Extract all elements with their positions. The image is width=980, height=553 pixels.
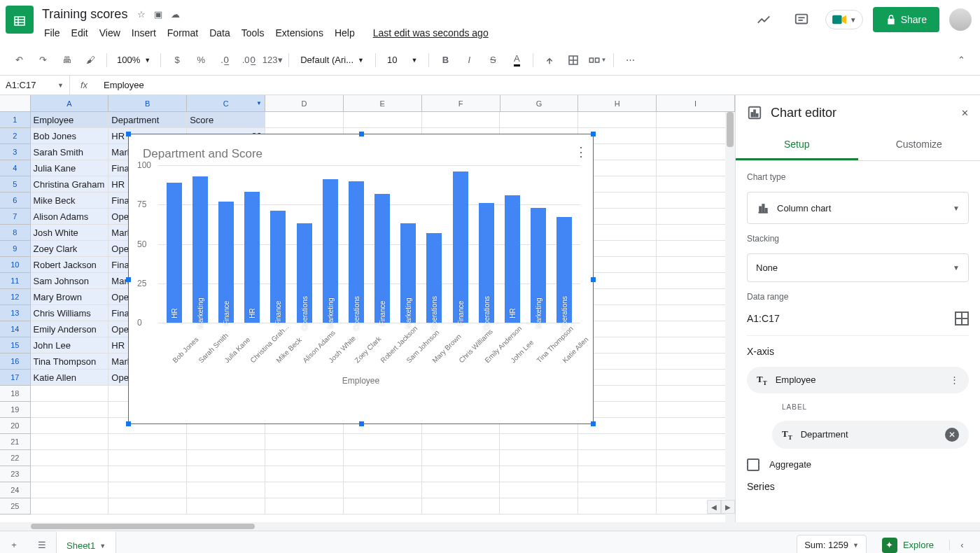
chart-bar[interactable]: Operations (556, 217, 572, 323)
remove-label-icon[interactable]: ✕ (945, 428, 959, 442)
cell[interactable] (31, 418, 109, 434)
row-header[interactable]: 20 (0, 418, 31, 434)
collapse-toolbar-button[interactable]: ⌃ (951, 50, 972, 71)
cell[interactable]: Josh White (31, 225, 109, 241)
vertical-scrollbar[interactable] (725, 112, 735, 522)
column-header[interactable]: G (500, 95, 579, 111)
cell[interactable] (187, 498, 265, 514)
aggregate-checkbox[interactable] (747, 458, 760, 471)
cell[interactable] (500, 466, 578, 482)
menu-edit[interactable]: Edit (66, 24, 93, 41)
add-sheet-button[interactable]: + (0, 540, 28, 550)
move-icon[interactable]: ▣ (154, 9, 162, 20)
menu-insert[interactable]: Insert (127, 24, 161, 41)
menu-view[interactable]: View (94, 24, 125, 41)
redo-button[interactable]: ↷ (32, 50, 53, 71)
menu-tools[interactable]: Tools (237, 24, 270, 41)
more-toolbar-button[interactable]: ⋯ (620, 50, 640, 71)
cell[interactable] (657, 370, 735, 386)
column-header[interactable]: D (265, 95, 344, 111)
cell[interactable]: Department (108, 112, 187, 128)
cell[interactable]: Employee (31, 112, 109, 128)
increase-decimal-button[interactable]: .00̲ (238, 50, 259, 71)
cell[interactable]: Katie Allen (31, 370, 109, 386)
column-header[interactable]: I (657, 95, 735, 111)
cell[interactable] (500, 498, 578, 514)
strike-button[interactable]: S (482, 50, 503, 71)
cell[interactable] (657, 128, 735, 144)
chart-bar[interactable]: HR (167, 183, 182, 323)
cell[interactable] (578, 498, 657, 514)
cell[interactable] (500, 434, 578, 450)
doc-title[interactable]: Training scores (39, 6, 130, 23)
cell[interactable] (657, 402, 735, 418)
tab-customize[interactable]: Customize (858, 130, 981, 160)
cell[interactable] (657, 354, 735, 370)
cell[interactable] (265, 466, 344, 482)
row-header[interactable]: 11 (0, 273, 31, 289)
xaxis-more-icon[interactable]: ⋮ (950, 374, 959, 385)
data-range-value[interactable]: A1:C17 (747, 313, 780, 324)
decrease-decimal-button[interactable]: .0̲ (214, 50, 235, 71)
embedded-chart[interactable]: ⋮ Department and Score 0255075100HRMarke… (128, 134, 594, 424)
row-header[interactable]: 15 (0, 337, 31, 354)
row-header[interactable]: 14 (0, 321, 31, 337)
chart-bar[interactable]: Operations (297, 223, 312, 323)
chart-bar[interactable]: Finance (218, 202, 234, 323)
row-header[interactable]: 6 (0, 192, 31, 209)
cell[interactable] (657, 241, 735, 257)
cell[interactable] (108, 466, 187, 482)
chart-bar[interactable]: Finance (270, 211, 286, 323)
chart-bar[interactable]: Finance (374, 194, 390, 323)
fill-color-button[interactable] (539, 50, 560, 71)
cell[interactable] (657, 112, 735, 128)
cell[interactable] (31, 482, 109, 498)
cell[interactable] (31, 450, 109, 466)
cell[interactable] (578, 112, 657, 128)
cell[interactable]: Zoey Clark (31, 241, 109, 257)
cell[interactable] (657, 418, 735, 434)
cell[interactable] (578, 450, 657, 466)
last-edit-link[interactable]: Last edit was seconds ago (368, 24, 493, 41)
cell[interactable] (31, 402, 109, 418)
cell[interactable] (500, 450, 578, 466)
cell[interactable] (108, 498, 187, 514)
cell[interactable] (422, 112, 500, 128)
row-header[interactable]: 5 (0, 176, 31, 192)
row-header[interactable]: 2 (0, 128, 31, 144)
row-header[interactable]: 18 (0, 386, 31, 402)
cell[interactable] (422, 466, 500, 482)
cell[interactable] (344, 112, 422, 128)
scroll-right-button[interactable]: ▶ (721, 500, 735, 514)
cloud-icon[interactable]: ☁ (171, 9, 180, 20)
row-header[interactable]: 1 (0, 112, 31, 128)
chart-bar[interactable]: Marketing (192, 176, 208, 323)
cell[interactable] (422, 498, 500, 514)
cell[interactable] (657, 273, 735, 289)
cell[interactable] (657, 257, 735, 273)
row-header[interactable]: 8 (0, 225, 31, 241)
chart-bar[interactable]: HR (244, 192, 260, 323)
paint-format-button[interactable]: 🖌 (80, 50, 101, 71)
chart-bar[interactable]: Operations (349, 181, 364, 323)
row-header[interactable]: 12 (0, 289, 31, 305)
row-header[interactable]: 4 (0, 160, 31, 176)
chart-bar[interactable]: Marketing (323, 179, 338, 323)
row-header[interactable]: 3 (0, 144, 31, 160)
cell[interactable] (265, 112, 344, 128)
column-header[interactable]: H (578, 95, 657, 111)
name-box[interactable]: A1:C17▼ (0, 76, 70, 94)
cell[interactable] (265, 498, 344, 514)
cell[interactable] (578, 434, 657, 450)
cell[interactable]: Mary Brown (31, 289, 109, 305)
cell[interactable] (344, 434, 422, 450)
cell[interactable] (657, 225, 735, 241)
bold-button[interactable]: B (435, 50, 456, 71)
select-range-icon[interactable] (955, 312, 969, 326)
chart-menu-icon[interactable]: ⋮ (575, 144, 587, 160)
cell[interactable]: Alison Adams (31, 209, 109, 225)
cell[interactable] (657, 289, 735, 305)
collapse-sidebar-button[interactable]: ‹ (949, 540, 974, 550)
chart-bar[interactable]: HR (505, 195, 520, 323)
quicksum-box[interactable]: Sum: 1259▼ (797, 535, 867, 553)
